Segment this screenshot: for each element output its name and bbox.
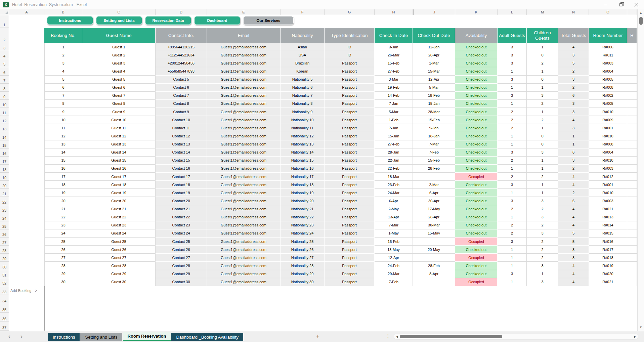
cell-a-empty[interactable] [9, 100, 44, 108]
cell-email[interactable]: Guest1@emailaddress.com [207, 108, 281, 116]
cell-adult-guests[interactable]: 1 [498, 140, 527, 148]
cell-children-guests[interactable]: 1 [527, 181, 558, 189]
cell-total-guests[interactable]: 4 [558, 173, 589, 181]
cell-booking-no[interactable]: 25 [44, 238, 82, 246]
cell-guest-name[interactable]: Guest 2 [82, 51, 156, 59]
cell-guest-name[interactable]: Guest 11 [82, 124, 156, 132]
sheet-tab-room-reservation[interactable]: Room Reservation [123, 332, 171, 341]
cell-check-out-date[interactable]: 15-May [413, 229, 455, 238]
cell-total-guests[interactable]: 6 [558, 92, 589, 100]
cell-a-empty[interactable] [9, 84, 44, 92]
cell-adult-guests[interactable]: 1 [498, 254, 527, 262]
cell-room-number[interactable]: R#017 [589, 246, 627, 254]
cell-adult-guests[interactable]: 2 [498, 205, 527, 213]
cell-type-identification[interactable]: Passport [325, 254, 375, 262]
cell-nationality[interactable]: Korean [281, 67, 325, 75]
cell-check-in-date[interactable]: 22-Feb [375, 165, 413, 173]
cell-check-in-date[interactable]: 24-Feb [375, 262, 413, 270]
cell-check-in-date[interactable]: 27-Feb [375, 67, 413, 75]
cell-contact-info[interactable]: Contact 30 [156, 278, 207, 286]
cell-type-identification[interactable]: Passport [325, 76, 375, 84]
column-letter-L[interactable]: L [498, 9, 527, 15]
cell-a-empty[interactable] [9, 67, 44, 75]
cell-children-guests[interactable]: 2 [527, 254, 558, 262]
cell-availability[interactable]: Checked out [455, 84, 498, 92]
row-header-14[interactable]: 14 [0, 132, 9, 140]
header-guest-name[interactable]: Guest Name [82, 28, 156, 43]
cell-next-column-partial[interactable] [627, 148, 637, 157]
cell-availability[interactable]: Checked out [455, 116, 498, 124]
cell-total-guests[interactable]: 5 [558, 238, 589, 246]
row-header-29[interactable]: 29 [0, 254, 9, 262]
cell-email[interactable]: Guest1@emailaddress.com [207, 197, 281, 205]
row-header-4[interactable]: 4 [0, 51, 9, 59]
cell-guest-name[interactable]: Guest 5 [82, 76, 156, 84]
cell-booking-no[interactable]: 9 [44, 108, 82, 116]
cell-guest-name[interactable]: Guest 25 [82, 238, 156, 246]
cell-availability[interactable]: Checked out [455, 165, 498, 173]
cell-nationality[interactable]: Nationality 8 [281, 100, 325, 108]
row-header-8[interactable]: 8 [0, 84, 9, 92]
cell-nationality[interactable]: Nationality 17 [281, 173, 325, 181]
cell-next-column-partial[interactable] [627, 84, 637, 92]
row-header-16[interactable]: 16 [0, 148, 9, 157]
next-sheet-icon[interactable]: › [18, 333, 25, 340]
row-header-36[interactable]: 36 [0, 313, 9, 322]
cell-room-number[interactable]: R#003 [589, 165, 627, 173]
select-all-corner[interactable] [0, 9, 9, 15]
column-letter-C[interactable]: C [82, 9, 156, 15]
cell-nationality[interactable]: Nationality 21 [281, 205, 325, 213]
cell-total-guests[interactable]: 4 [558, 116, 589, 124]
cell-availability[interactable]: Checked out [455, 132, 498, 140]
cell-guest-name[interactable]: Guest 23 [82, 221, 156, 229]
sheet-tab-instructions[interactable]: Instructions [48, 333, 80, 341]
cell-room-number[interactable]: R#005 [589, 76, 627, 84]
cell-total-guests[interactable]: 2 [558, 84, 589, 92]
cell-next-column-partial[interactable] [627, 76, 637, 84]
cell-room-number[interactable]: R#008 [589, 84, 627, 92]
cell-availability[interactable]: Checked out [455, 181, 498, 189]
cell-type-identification[interactable]: Passport [325, 84, 375, 92]
cell-contact-info[interactable]: Contact 19 [156, 189, 207, 197]
row-header-3[interactable]: 3 [0, 43, 9, 51]
maximize-restore-button[interactable] [613, 0, 629, 9]
vertical-scrollbar[interactable]: ▲ ▼ [637, 9, 644, 331]
cell-nationality[interactable]: Nationality 5 [281, 76, 325, 84]
cell-contact-info[interactable]: Contact 22 [156, 213, 207, 221]
cell-check-in-date[interactable]: 1-Feb [375, 116, 413, 124]
cell-booking-no[interactable]: 21 [44, 205, 82, 213]
cell-booking-no[interactable]: 6 [44, 84, 82, 92]
cell-a-empty[interactable] [9, 246, 44, 254]
cell-adult-guests[interactable]: 2 [498, 116, 527, 124]
cell-contact-info[interactable]: Contact 11 [156, 124, 207, 132]
cell-room-number[interactable]: R#005 [589, 100, 627, 108]
cell-email[interactable]: Guest1@emailaddress.com [207, 229, 281, 238]
cell-check-out-date[interactable]: 9-Jan [413, 124, 455, 132]
cell-total-guests[interactable]: 3 [558, 157, 589, 165]
cell-check-in-date[interactable]: 22-Jan [375, 157, 413, 165]
cell-a-empty[interactable] [9, 270, 44, 278]
cell-total-guests[interactable]: 6 [558, 197, 589, 205]
header-type-identification[interactable]: Type Identification [325, 28, 375, 43]
cell-check-out-date[interactable]: 1-Mar [413, 59, 455, 67]
cell-children-guests[interactable]: 2 [527, 59, 558, 67]
cell-children-guests[interactable]: 1 [527, 124, 558, 132]
cell-nationality[interactable]: Nationality 27 [281, 254, 325, 262]
cell-booking-no[interactable]: 22 [44, 213, 82, 221]
row-header-22[interactable]: 22 [0, 197, 9, 205]
cell-total-guests[interactable]: 4 [558, 270, 589, 278]
horizontal-scrollbar[interactable]: ◀ ▶ [394, 334, 638, 340]
header-room-number[interactable]: Room Number [589, 28, 627, 43]
cell-contact-info[interactable]: Contact 26 [156, 246, 207, 254]
cell-type-identification[interactable]: Passport [325, 246, 375, 254]
cell-availability[interactable]: Checked out [455, 108, 498, 116]
cell-availability[interactable]: Checked out [455, 100, 498, 108]
cell-children-guests[interactable]: 3 [527, 278, 558, 286]
cell-nationality[interactable]: Nationality 23 [281, 221, 325, 229]
cell-a-empty[interactable] [9, 254, 44, 262]
cell-adult-guests[interactable]: 2 [498, 229, 527, 238]
cell-check-out-date[interactable]: 12-Apr [413, 76, 455, 84]
cell-a-empty[interactable] [9, 59, 44, 67]
cell-email[interactable]: Guest1@emailaddress.com [207, 84, 281, 92]
cell-a-empty[interactable] [9, 238, 44, 246]
